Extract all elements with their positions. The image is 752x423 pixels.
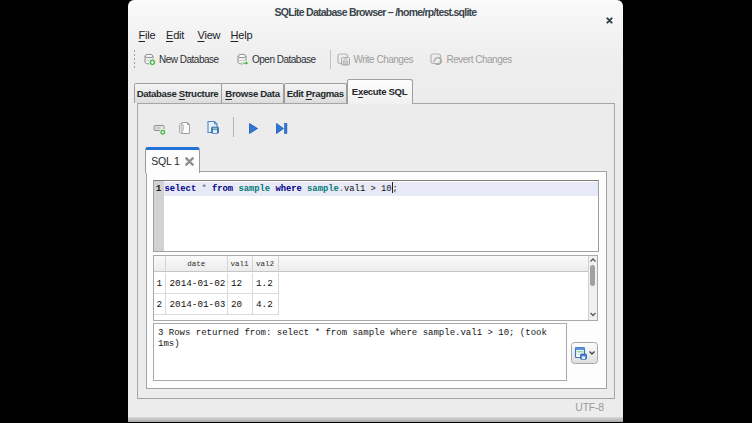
editor-line-number: 1 [154, 182, 164, 196]
open-database-button[interactable]: Open Database [231, 48, 321, 71]
window-close-icon[interactable] [606, 10, 613, 17]
grid-vertical-scrollbar[interactable] [588, 256, 597, 320]
sql-tab-label: SQL 1 [151, 155, 179, 167]
grid-cell-val2[interactable]: 1.2 [253, 273, 279, 294]
new-sql-tab-icon[interactable] [153, 122, 167, 140]
results-grid[interactable]: dateval1val212014-01-02121.222014-01-032… [153, 255, 598, 321]
grid-cell-val1[interactable]: 20 [228, 294, 253, 315]
menu-view[interactable]: View [192, 27, 227, 44]
write-changes-button[interactable]: Write Changes [332, 48, 418, 71]
sql-token-keyword: from [212, 184, 233, 194]
execute-all-icon[interactable] [247, 121, 259, 139]
chevron-down-icon [588, 350, 596, 356]
sql-token-keyword: where [275, 184, 301, 194]
tab-edit-pragmas[interactable]: Edit Pragmas [284, 83, 347, 103]
grid-corner-header [154, 256, 167, 271]
tab-database-structure[interactable]: Database Structure [134, 83, 222, 103]
grid-row-number: 1 [154, 273, 167, 294]
status-bar: UTF-8 [128, 399, 623, 417]
new-database-icon [143, 53, 156, 66]
menu-edit[interactable]: Edit [160, 27, 190, 44]
grid-row[interactable]: 12014-01-02121.2 [154, 273, 588, 294]
scroll-down-icon[interactable] [589, 312, 597, 317]
grid-column-header-val2[interactable]: val2 [253, 256, 279, 271]
sql-token-table: sample [307, 184, 339, 194]
grid-column-header-val1[interactable]: val1 [228, 256, 253, 271]
execute-line-icon[interactable] [275, 121, 288, 139]
grid-cell-val1[interactable]: 12 [228, 273, 253, 294]
sql-toolbar-separator [233, 117, 234, 137]
export-results-icon [574, 346, 588, 360]
editor-code-line[interactable]: select * from sample where sample.val1 >… [165, 182, 398, 196]
close-tab-icon[interactable] [185, 157, 194, 166]
app-window: SQLite Database Browser – /home/rp/test.… [128, 0, 623, 422]
toolbar-button-label: Open Database [252, 54, 316, 65]
sql-token-plain: ; [393, 184, 398, 194]
window-bottom-edge [128, 417, 623, 422]
open-database-icon [236, 53, 249, 66]
grid-cell-date[interactable]: 2014-01-02 [166, 273, 228, 294]
toolbar-drag-handle[interactable] [133, 49, 136, 70]
menu-file[interactable]: File [133, 27, 162, 44]
grid-row-number: 2 [154, 294, 167, 315]
encoding-label: UTF-8 [575, 401, 604, 413]
scrollbar-thumb[interactable] [590, 265, 595, 286]
sql-editor[interactable]: 1 select * from sample where sample.val1… [153, 180, 599, 252]
execute-sql-pane: SQL 1 1 select * from sample where sampl… [137, 103, 615, 399]
window-title: SQLite Database Browser – /home/rp/test.… [128, 6, 623, 18]
grid-cell-date[interactable]: 2014-01-03 [166, 294, 228, 315]
tab-browse-data[interactable]: Browse Data [221, 83, 284, 103]
new-database-button[interactable]: New Database [138, 48, 224, 71]
screen-background: SQLite Database Browser – /home/rp/test.… [0, 0, 752, 423]
sql-token-keyword: select [165, 184, 197, 194]
sql-token-plain: val1 > 10 [344, 184, 392, 194]
grid-header-row: dateval1val2 [154, 256, 588, 272]
title-bar[interactable]: SQLite Database Browser – /home/rp/test.… [128, 0, 623, 23]
open-sql-file-icon[interactable] [178, 121, 191, 139]
menu-help[interactable]: Help [225, 27, 259, 44]
main-toolbar: New DatabaseOpen DatabaseWrite ChangesRe… [128, 45, 623, 75]
revert-changes-icon [430, 53, 444, 66]
save-sql-file-icon[interactable] [206, 120, 219, 138]
toolbar-button-label: Revert Changes [447, 54, 512, 65]
status-message-box[interactable]: 3 Rows returned from: select * from samp… [153, 323, 567, 381]
menu-bar: FileEditViewHelp [128, 24, 623, 45]
sql-token-table: sample [238, 184, 270, 194]
grid-row[interactable]: 22014-01-03204.2 [154, 294, 588, 315]
sql-editor-tab[interactable]: SQL 1 [145, 147, 200, 173]
toolbar-button-label: New Database [159, 54, 219, 65]
toolbar-button-label: Write Changes [354, 54, 413, 65]
toolbar-separator [330, 50, 331, 69]
scroll-up-icon[interactable] [589, 258, 597, 263]
status-message-text: 3 Rows returned from: select * from samp… [158, 328, 547, 349]
export-results-button[interactable] [571, 342, 598, 364]
grid-cell-val2[interactable]: 4.2 [253, 294, 279, 315]
write-changes-icon [337, 53, 351, 66]
revert-changes-button[interactable]: Revert Changes [425, 48, 517, 71]
tab-execute-sql[interactable]: Execute SQL [347, 79, 413, 104]
grid-column-header-date[interactable]: date [166, 256, 228, 271]
